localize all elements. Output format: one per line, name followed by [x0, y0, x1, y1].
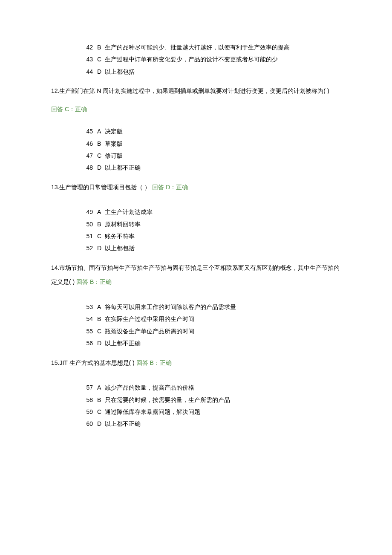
- answer-prefix: 回答: [51, 106, 65, 113]
- option-text: 瓶颈设备生产单位产品所需的时间: [103, 327, 194, 336]
- option-number: 60: [81, 419, 93, 428]
- option-text: 主生产计划达成率: [103, 207, 153, 217]
- option-row: 47 C 修订版: [51, 151, 341, 160]
- option-text: 以上都不正确: [103, 163, 141, 172]
- option-row: 44 D 以上都包括: [51, 67, 341, 76]
- option-row: 53 A 将每天可以用来工作的时间除以客户的产品需求量: [51, 302, 341, 312]
- option-number: 48: [81, 163, 93, 172]
- option-row: 46 B 草案版: [51, 139, 341, 148]
- option-letter: A: [93, 127, 103, 136]
- option-letter: C: [93, 231, 103, 241]
- answer-value: D：正确: [166, 184, 188, 191]
- answer-prefix: 回答: [152, 184, 166, 191]
- option-number: 52: [81, 243, 93, 253]
- option-row: 54 B 在实际生产过程中采用的生产时间: [51, 314, 341, 324]
- option-number: 53: [81, 302, 93, 312]
- option-row: 57 A 减少产品的数量，提高产品的价格: [51, 383, 341, 392]
- option-letter: B: [93, 43, 103, 52]
- option-row: 42 B 生产的品种尽可能的少、批量越大打越好，以便有利于生产效率的提高: [51, 43, 341, 52]
- option-row: 50 B 原材料回转率: [51, 220, 341, 229]
- option-letter: C: [93, 151, 103, 160]
- question-14-options: 53 A 将每天可以用来工作的时间除以客户的产品需求量 54 B 在实际生产过程…: [51, 302, 341, 348]
- option-number: 46: [81, 139, 93, 148]
- option-letter: C: [93, 327, 103, 336]
- option-number: 56: [81, 338, 93, 348]
- option-text: 将每天可以用来工作的时间除以客户的产品需求量: [103, 302, 236, 312]
- option-letter: D: [93, 338, 103, 348]
- option-number: 50: [81, 220, 93, 229]
- option-number: 54: [81, 314, 93, 324]
- option-text: 账务不符率: [103, 231, 135, 241]
- option-row: 59 C 通过降低库存来暴露问题，解决问题: [51, 407, 341, 416]
- option-row: 58 B 只在需要的时候，按需要的量，生产所需的产品: [51, 395, 341, 405]
- answer-feedback: 回答 C：正确: [51, 104, 341, 114]
- option-number: 49: [81, 207, 93, 217]
- option-number: 43: [81, 55, 93, 64]
- option-letter: B: [93, 139, 103, 148]
- option-number: 45: [81, 127, 93, 136]
- question-number: 12.: [51, 87, 59, 94]
- question-13-options: 49 A 主生产计划达成率 50 B 原材料回转率 51 C 账务不符率 52 …: [51, 207, 341, 253]
- question-text: 生产部门在第 N 周计划实施过程中，如果遇到插单或删单就要对计划进行变更，变更后…: [59, 87, 329, 94]
- option-row: 45 A 决定版: [51, 127, 341, 136]
- option-row: 48 D 以上都不正确: [51, 163, 341, 172]
- question-text: 生产管理的日常管理项目包括（ ）: [59, 184, 152, 191]
- option-text: 在实际生产过程中采用的生产时间: [103, 314, 194, 324]
- option-number: 58: [81, 395, 93, 405]
- option-text: 原材料回转率: [103, 220, 141, 229]
- option-text: 以上都不正确: [103, 419, 141, 428]
- option-letter: B: [93, 395, 103, 405]
- question-number: 15.: [51, 359, 59, 366]
- option-number: 44: [81, 67, 93, 76]
- option-number: 57: [81, 383, 93, 392]
- answer-value: B：正确: [90, 278, 112, 285]
- option-text: 生产过程中订单有所变化要少，产品的设计不变更或者尽可能的少: [103, 55, 278, 64]
- option-row: 55 C 瓶颈设备生产单位产品所需的时间: [51, 327, 341, 336]
- answer-feedback: 回答 B：正确: [136, 359, 172, 366]
- answer-feedback: 回答 D：正确: [152, 184, 188, 191]
- option-text: 减少产品的数量，提高产品的价格: [103, 383, 194, 392]
- option-row: 43 C 生产过程中订单有所变化要少，产品的设计不变更或者尽可能的少: [51, 55, 341, 64]
- question-text: JIT 生产方式的基本思想是( ): [59, 359, 136, 366]
- question-number: 13.: [51, 184, 59, 191]
- option-text: 通过降低库存来暴露问题，解决问题: [103, 407, 200, 416]
- option-letter: D: [93, 67, 103, 76]
- option-row: 49 A 主生产计划达成率: [51, 207, 341, 217]
- option-letter: A: [93, 302, 103, 312]
- option-text: 以上都不正确: [103, 338, 141, 348]
- question-15: 15.JIT 生产方式的基本思想是( ) 回答 B：正确: [51, 356, 341, 370]
- option-text: 修订版: [103, 151, 123, 160]
- answer-value: C：正确: [65, 106, 87, 113]
- option-number: 51: [81, 231, 93, 241]
- option-letter: A: [93, 383, 103, 392]
- option-text: 以上都包括: [103, 67, 135, 76]
- question-14: 14.市场节拍、固有节拍与生产节拍生产节拍与固有节拍是三个互相联系而又有所区别的…: [51, 261, 341, 289]
- option-text: 草案版: [103, 139, 123, 148]
- option-row: 52 D 以上都包括: [51, 243, 341, 253]
- option-letter: A: [93, 207, 103, 217]
- answer-value: B：正确: [150, 359, 172, 366]
- option-text: 决定版: [103, 127, 123, 136]
- option-text: 生产的品种尽可能的少、批量越大打越好，以便有利于生产效率的提高: [103, 43, 290, 52]
- question-13: 13.生产管理的日常管理项目包括（ ） 回答 D：正确: [51, 180, 341, 195]
- option-letter: D: [93, 243, 103, 253]
- option-row: 56 D 以上都不正确: [51, 338, 341, 348]
- option-letter: C: [93, 55, 103, 64]
- option-letter: D: [93, 419, 103, 428]
- question-12-options: 45 A 决定版 46 B 草案版 47 C 修订版 48 D 以上都不正确: [51, 127, 341, 173]
- option-text: 以上都包括: [103, 243, 135, 253]
- question-number: 14.: [51, 264, 59, 271]
- option-number: 42: [81, 43, 93, 52]
- option-letter: B: [93, 314, 103, 324]
- answer-prefix: 回答: [76, 278, 90, 285]
- option-text: 只在需要的时候，按需要的量，生产所需的产品: [103, 395, 230, 405]
- option-letter: D: [93, 163, 103, 172]
- question-12: 12.生产部门在第 N 周计划实施过程中，如果遇到插单或删单就要对计划进行变更，…: [51, 84, 341, 98]
- option-letter: B: [93, 220, 103, 229]
- question-15-options: 57 A 减少产品的数量，提高产品的价格 58 B 只在需要的时候，按需要的量，…: [51, 383, 341, 429]
- option-number: 59: [81, 407, 93, 416]
- answer-feedback: 回答 B：正确: [76, 278, 112, 285]
- option-row: 60 D 以上都不正确: [51, 419, 341, 428]
- option-row: 51 C 账务不符率: [51, 231, 341, 241]
- option-letter: C: [93, 407, 103, 416]
